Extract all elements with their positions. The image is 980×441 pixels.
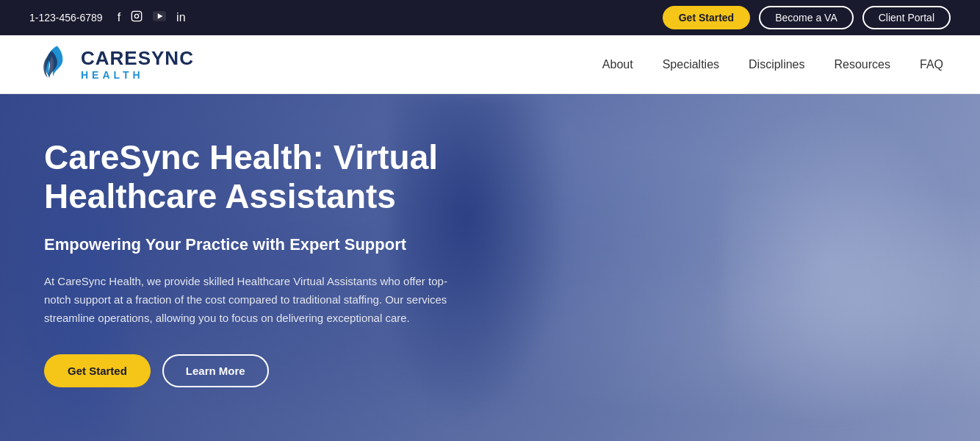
logo-health: HEALTH xyxy=(81,69,194,81)
svg-rect-0 xyxy=(131,11,141,21)
youtube-icon[interactable] xyxy=(153,11,166,24)
phone-number: 1-123-456-6789 xyxy=(29,12,103,24)
top-bar-right: Get Started Become a VA Client Portal xyxy=(663,6,951,29)
facebook-icon[interactable]: f xyxy=(118,11,120,24)
social-icons: f in xyxy=(118,10,186,25)
hero-learn-more-button[interactable]: Learn More xyxy=(162,354,269,387)
hero-title: CareSync Health: Virtual Healthcare Assi… xyxy=(44,138,455,216)
top-bar-left: 1-123-456-6789 f in xyxy=(29,10,186,25)
hero-description: At CareSync Health, we provide skilled H… xyxy=(44,273,455,327)
become-va-button[interactable]: Become a VA xyxy=(759,6,854,29)
nav-resources[interactable]: Resources xyxy=(835,58,890,71)
linkedin-icon[interactable]: in xyxy=(176,11,185,24)
hero-subtitle: Empowering Your Practice with Expert Sup… xyxy=(44,234,455,256)
hero-content: CareSync Health: Virtual Healthcare Assi… xyxy=(0,94,500,417)
logo-icon xyxy=(37,43,73,87)
instagram-icon[interactable] xyxy=(131,10,143,25)
svg-point-2 xyxy=(139,13,140,14)
nav-faq[interactable]: FAQ xyxy=(920,58,943,71)
nav-specialties[interactable]: Specialties xyxy=(663,58,719,71)
nav-disciplines[interactable]: Disciplines xyxy=(749,58,804,71)
client-portal-button[interactable]: Client Portal xyxy=(862,6,951,29)
hero-buttons: Get Started Learn More xyxy=(44,354,455,387)
hero-get-started-button[interactable]: Get Started xyxy=(44,354,151,387)
hero-section: CareSync Health: Virtual Healthcare Assi… xyxy=(0,94,980,441)
svg-point-1 xyxy=(134,14,138,18)
logo-text: CARESYNC HEALTH xyxy=(81,48,194,81)
logo-caresync: CARESYNC xyxy=(81,48,194,69)
get-started-button[interactable]: Get Started xyxy=(663,6,750,29)
nav-about[interactable]: About xyxy=(602,58,633,71)
logo[interactable]: CARESYNC HEALTH xyxy=(37,43,194,87)
top-bar: 1-123-456-6789 f in Get Started Become a… xyxy=(0,0,980,35)
nav-links: About Specialties Disciplines Resources … xyxy=(602,58,943,71)
navigation: CARESYNC HEALTH About Specialties Discip… xyxy=(0,35,980,94)
